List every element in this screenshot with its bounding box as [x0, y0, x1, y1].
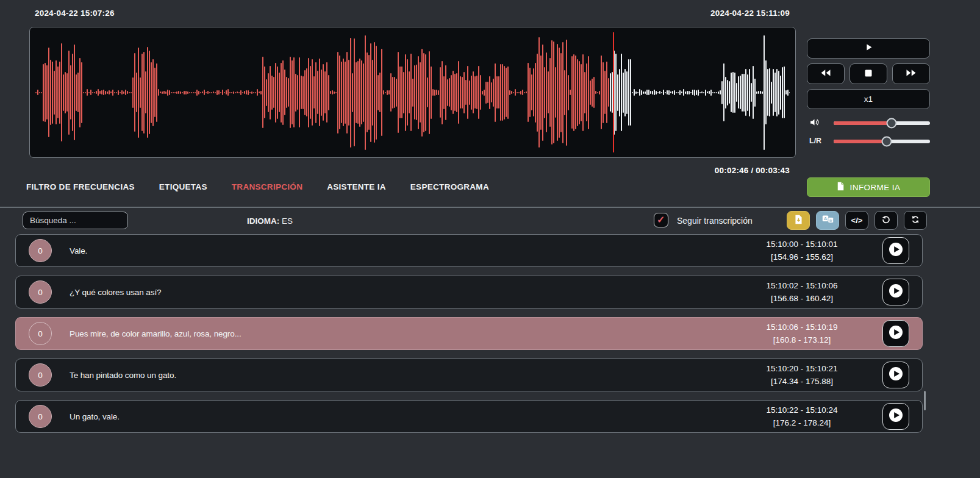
language-indicator: IDIOMA: ES	[247, 216, 293, 226]
export-file-button[interactable]	[787, 211, 810, 230]
stop-icon	[865, 68, 872, 79]
tab-filtro-de-frecuencias[interactable]: FILTRO DE FRECUENCIAS	[26, 182, 135, 191]
report-file-icon	[837, 182, 845, 193]
row-seconds-range: [154.96 - 155.62]	[750, 251, 854, 263]
transcript-row[interactable]: 0 Vale. 15:10:00 - 15:10:01 [154.96 - 15…	[15, 234, 923, 267]
volume-control	[807, 117, 930, 129]
row-play-icon	[888, 283, 904, 301]
play-button[interactable]	[807, 38, 930, 59]
report-button-label: INFORME IA	[850, 183, 901, 192]
tab-label: ASISTENTE IA	[327, 182, 386, 191]
tab-label: TRANSCRIPCIÓN	[232, 182, 302, 191]
row-time-range: 15:10:20 - 15:10:21	[750, 362, 854, 375]
list-scrollbar-thumb[interactable]	[924, 391, 926, 410]
transcript-row[interactable]: 0 ¿Y qué colores usan así? 15:10:02 - 15…	[15, 276, 923, 309]
transcript-action-buttons: A </>	[787, 211, 927, 230]
playhead-cursor[interactable]	[613, 32, 614, 152]
speaker-badge: 0	[29, 363, 52, 387]
transcript-text: Vale.	[70, 246, 87, 255]
translate-button[interactable]: A	[816, 211, 839, 230]
row-play-button[interactable]	[882, 237, 909, 264]
speaker-badge: 0	[29, 239, 52, 262]
refresh-button[interactable]	[904, 211, 927, 230]
svg-text:A: A	[823, 216, 826, 221]
tab-label: ETIQUETAS	[159, 182, 207, 191]
row-seconds-range: [156.68 - 160.42]	[750, 292, 854, 305]
balance-slider[interactable]	[834, 140, 930, 143]
volume-slider-thumb[interactable]	[886, 118, 896, 129]
fast-forward-icon	[906, 68, 917, 79]
row-play-button[interactable]	[882, 320, 909, 347]
waveform-panel[interactable]	[29, 27, 796, 158]
tab-label: FILTRO DE FRECUENCIAS	[26, 182, 135, 191]
recording-start-timestamp: 2024-04-22 15:07:26	[35, 9, 115, 18]
undo-button[interactable]	[874, 211, 898, 230]
speaker-badge: 0	[29, 280, 52, 304]
search-input[interactable]	[23, 212, 128, 229]
row-play-button[interactable]	[882, 362, 909, 388]
row-times: 15:10:00 - 15:10:01 [154.96 - 155.62]	[750, 238, 854, 263]
balance-slider-thumb[interactable]	[881, 137, 892, 147]
section-divider	[0, 207, 980, 208]
stop-button[interactable]	[849, 63, 887, 84]
row-time-range: 15:10:06 - 15:10:19	[750, 321, 854, 334]
audio-transcription-app: 2024-04-22 15:07:26 2024-04-22 15:11:09 …	[0, 0, 980, 478]
row-play-button[interactable]	[882, 403, 909, 430]
fast-forward-button[interactable]	[892, 63, 930, 84]
row-seconds-range: [174.34 - 175.88]	[750, 375, 854, 388]
transcript-text: ¿Y qué colores usan así?	[70, 288, 161, 297]
transcript-text: Un gato, vale.	[70, 412, 120, 421]
row-play-icon	[888, 366, 904, 384]
follow-transcription-checkbox[interactable]	[654, 213, 668, 227]
rewind-icon	[820, 68, 831, 79]
recording-end-timestamp: 2024-04-22 15:11:09	[710, 9, 790, 18]
transcript-row[interactable]: 0 Un gato, vale. 15:10:22 - 15:10:24 [17…	[15, 400, 923, 433]
tab-transcripci-n[interactable]: TRANSCRIPCIÓN	[232, 182, 302, 191]
language-label: IDIOMA:	[247, 216, 279, 226]
playback-speed-button[interactable]: x1	[807, 89, 930, 109]
row-times: 15:10:06 - 15:10:19 [160.8 - 173.12]	[750, 321, 854, 346]
file-download-icon	[795, 215, 803, 227]
transcript-row[interactable]: 0 Pues mire, de color amarillo, azul, ro…	[15, 317, 923, 350]
follow-transcription-label: Seguir transcripción	[677, 216, 753, 226]
transcript-text: Te han pintado como un gato.	[70, 371, 176, 380]
row-time-range: 15:10:00 - 15:10:01	[750, 238, 854, 251]
tab-espectrograma[interactable]: ESPECTROGRAMA	[410, 182, 489, 191]
row-seconds-range: [160.8 - 173.12]	[750, 334, 854, 346]
balance-control: L/R	[807, 135, 930, 148]
speaker-icon	[809, 117, 820, 129]
row-seconds-range: [176.2 - 178.24]	[750, 416, 854, 429]
speaker-badge: 0	[29, 405, 52, 428]
row-play-button[interactable]	[882, 279, 909, 305]
code-view-button[interactable]: </>	[845, 211, 868, 230]
language-value: ES	[282, 216, 293, 226]
volume-slider-fill	[834, 121, 892, 125]
transcript-text: Pues mire, de color amarillo, azul, rosa…	[70, 329, 241, 338]
balance-slider-fill	[834, 140, 887, 143]
tab-etiquetas[interactable]: ETIQUETAS	[159, 182, 207, 191]
transcript-row[interactable]: 0 Te han pintado como un gato. 15:10:20 …	[15, 358, 923, 391]
row-times: 15:10:02 - 15:10:06 [156.68 - 160.42]	[750, 279, 854, 305]
row-play-icon	[888, 324, 904, 343]
refresh-icon	[910, 215, 920, 226]
play-icon	[864, 43, 873, 54]
row-time-range: 15:10:22 - 15:10:24	[750, 404, 854, 416]
speaker-badge: 0	[29, 322, 52, 345]
row-times: 15:10:20 - 15:10:21 [174.34 - 175.88]	[750, 362, 854, 388]
row-times: 15:10:22 - 15:10:24 [176.2 - 178.24]	[750, 404, 854, 429]
informe-ia-button[interactable]: INFORME IA	[807, 177, 930, 197]
translate-icon: A	[822, 215, 834, 226]
balance-label: L/R	[809, 137, 821, 145]
volume-slider[interactable]	[834, 121, 930, 125]
row-play-icon	[888, 241, 904, 260]
undo-icon	[881, 215, 891, 226]
code-icon: </>	[851, 216, 863, 225]
current-time-display: 00:02:46 / 00:03:43	[715, 166, 790, 175]
tab-bar: FILTRO DE FRECUENCIASETIQUETASTRANSCRIPC…	[26, 182, 489, 191]
row-play-icon	[888, 407, 904, 426]
tab-label: ESPECTROGRAMA	[410, 182, 489, 191]
tab-asistente-ia[interactable]: ASISTENTE IA	[327, 182, 386, 191]
waveform-bars	[35, 27, 790, 157]
transcript-list: 0 Vale. 15:10:00 - 15:10:01 [154.96 - 15…	[15, 234, 923, 441]
rewind-button[interactable]	[807, 63, 845, 84]
